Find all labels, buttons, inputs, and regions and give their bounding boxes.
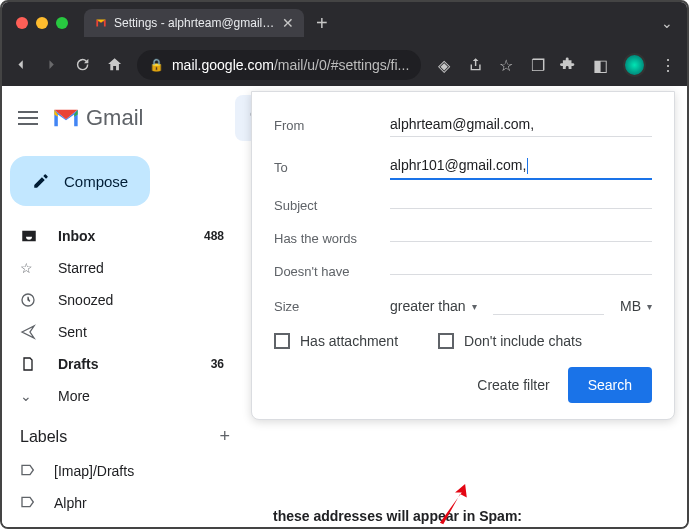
browser-tab[interactable]: Settings - alphrteam@gmail.co ✕: [84, 9, 304, 37]
label-text: Alphr: [54, 495, 87, 511]
forward-button[interactable]: [43, 56, 60, 74]
size-unit-select[interactable]: MB▾: [620, 298, 652, 314]
nav-label: More: [58, 388, 90, 404]
extensions-icon[interactable]: [560, 56, 577, 74]
labels-heading: Labels: [20, 428, 67, 446]
eye-icon[interactable]: ◈: [435, 56, 452, 74]
nav-inbox[interactable]: Inbox 488: [2, 220, 248, 252]
nav-snoozed[interactable]: Snoozed: [2, 284, 248, 316]
sidepanel-icon[interactable]: ◧: [591, 56, 608, 74]
label-tag-icon: [20, 494, 36, 513]
gmail-logo-text: Gmail: [86, 105, 143, 131]
text-cursor: [527, 158, 528, 174]
close-window-dot[interactable]: [16, 17, 28, 29]
nav-badge: 36: [211, 357, 224, 371]
no-chats-checkbox[interactable]: Don't include chats: [438, 333, 582, 349]
compose-button[interactable]: Compose: [10, 156, 150, 206]
file-icon: [20, 356, 40, 372]
tab-dropdown-icon[interactable]: ⌄: [661, 15, 673, 31]
subject-input[interactable]: [390, 202, 652, 209]
filter-panel: From alphrteam@gmail.com, To alphr101@gm…: [251, 91, 675, 420]
profile-avatar[interactable]: [623, 53, 646, 77]
send-icon: [20, 324, 40, 340]
doesnt-have-label: Doesn't have: [274, 264, 390, 279]
subject-label: Subject: [274, 198, 390, 213]
reload-button[interactable]: [74, 56, 91, 74]
tabs-icon[interactable]: ❐: [529, 56, 546, 74]
size-label: Size: [274, 299, 390, 314]
gmail-favicon-icon: [94, 16, 108, 30]
label-text: [Imap]/Drafts: [54, 463, 134, 479]
doesnt-have-input[interactable]: [390, 268, 652, 275]
label-item[interactable]: [Imap]/Drafts: [2, 455, 248, 487]
maximize-window-dot[interactable]: [56, 17, 68, 29]
spam-info-text: these addresses will appear in Spam:: [273, 508, 522, 524]
checkbox-icon: [274, 333, 290, 349]
clock-icon: [20, 292, 40, 308]
has-attachment-checkbox[interactable]: Has attachment: [274, 333, 398, 349]
label-tag-icon: [20, 462, 36, 481]
lock-icon: 🔒: [149, 58, 164, 72]
from-input[interactable]: alphrteam@gmail.com,: [390, 114, 652, 137]
tab-title: Settings - alphrteam@gmail.co: [114, 16, 276, 30]
nav-sent[interactable]: Sent: [2, 316, 248, 348]
from-label: From: [274, 118, 390, 133]
label-item[interactable]: Alphr: [2, 487, 248, 519]
nav-badge: 488: [204, 229, 224, 243]
star-outline-icon: ☆: [20, 260, 40, 276]
checkbox-icon: [438, 333, 454, 349]
back-button[interactable]: [12, 56, 29, 74]
size-value-input[interactable]: [493, 297, 605, 315]
has-words-input[interactable]: [390, 235, 652, 242]
gmail-logo[interactable]: Gmail: [52, 105, 143, 131]
star-icon[interactable]: ☆: [498, 56, 515, 74]
nav-more[interactable]: ⌄ More: [2, 380, 248, 412]
browser-menu-icon[interactable]: ⋮: [660, 56, 677, 74]
search-button[interactable]: Search: [568, 367, 652, 403]
minimize-window-dot[interactable]: [36, 17, 48, 29]
new-tab-button[interactable]: +: [316, 12, 328, 35]
nav-label: Drafts: [58, 356, 98, 372]
home-button[interactable]: [106, 56, 123, 74]
compose-label: Compose: [64, 173, 128, 190]
main-menu-button[interactable]: [18, 111, 38, 125]
address-bar[interactable]: 🔒 mail.google.com/mail/u/0/#settings/fi.…: [137, 50, 421, 80]
nav-label: Sent: [58, 324, 87, 340]
caret-down-icon: ▾: [472, 301, 477, 312]
to-input[interactable]: alphr101@gmail.com,: [390, 155, 652, 180]
inbox-icon: [20, 227, 40, 245]
to-label: To: [274, 160, 390, 175]
share-icon[interactable]: [467, 56, 484, 74]
nav-label: Starred: [58, 260, 104, 276]
url-host: mail.google.com: [172, 57, 274, 73]
has-words-label: Has the words: [274, 231, 390, 246]
close-tab-icon[interactable]: ✕: [282, 15, 294, 31]
nav-label: Snoozed: [58, 292, 113, 308]
gmail-logo-icon: [52, 107, 80, 129]
url-path: /mail/u/0/#settings/fi...: [274, 57, 409, 73]
size-operator-select[interactable]: greater than▾: [390, 298, 477, 314]
window-traffic-lights[interactable]: [16, 17, 68, 29]
nav-drafts[interactable]: Drafts 36: [2, 348, 248, 380]
chevron-down-icon: ⌄: [20, 388, 40, 404]
pencil-icon: [32, 172, 50, 190]
nav-starred[interactable]: ☆ Starred: [2, 252, 248, 284]
create-filter-button[interactable]: Create filter: [477, 377, 549, 393]
add-label-button[interactable]: +: [219, 426, 230, 447]
caret-down-icon: ▾: [647, 301, 652, 312]
nav-label: Inbox: [58, 228, 95, 244]
